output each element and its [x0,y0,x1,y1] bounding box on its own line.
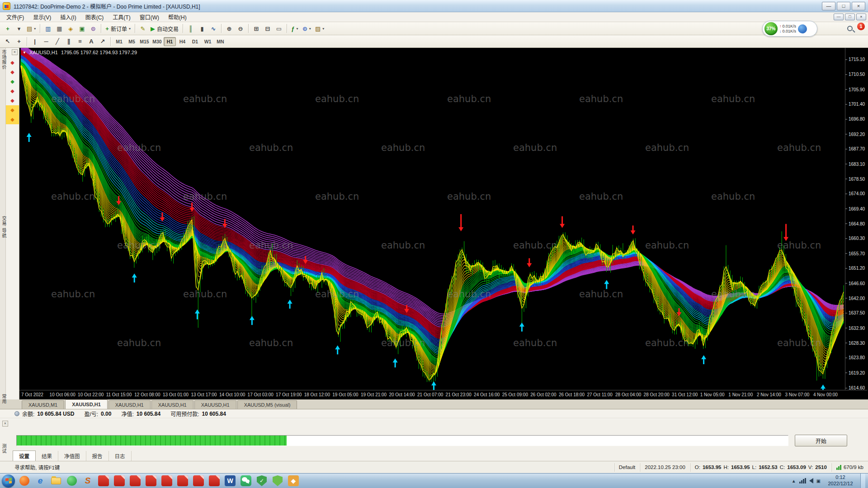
menu-window[interactable]: 窗口(W) [135,12,164,22]
timeframe-M30[interactable]: M30 [151,37,163,46]
taskbar-red-app-3[interactable] [128,474,142,487]
data-window-button[interactable]: ▦ [54,23,65,34]
tray-expand-icon[interactable]: ▲ [792,479,796,483]
vertical-line-tool[interactable]: | [29,36,40,47]
network-icon[interactable] [799,478,806,483]
taskbar-red-app-7[interactable] [192,474,205,487]
zoom-out-button[interactable]: ⊖ [235,23,246,34]
timeframe-W1[interactable]: W1 [202,37,214,46]
menu-help[interactable]: 帮助(H) [164,12,191,22]
tile-windows-button[interactable]: ⊞ [251,23,262,34]
taskbar-red-app-2[interactable] [113,474,126,487]
chart-window[interactable]: ▼ XAUUSD,H1 1795.05 1797.62 1794.93 1797… [19,48,868,399]
show-desktop-button[interactable] [860,474,865,488]
close-button[interactable]: × [852,2,865,10]
tester-start-button[interactable]: 开始 [795,435,847,446]
market-symbol-icon-2[interactable]: ◆ [6,77,19,86]
volume-icon[interactable] [809,478,813,483]
taskbar-clock[interactable]: 0:12 2022/12/12 [824,474,857,487]
chart-restore-button[interactable]: □ [845,14,855,20]
profiles-button[interactable]: ▤▾ [25,23,38,34]
notification-badge[interactable]: 1 [857,23,865,30]
taskbar-red-app-4[interactable] [144,474,158,487]
new-chart-button[interactable]: + [2,23,13,34]
panel-tab-market-watch[interactable]: 市场报价 [0,50,7,70]
taskbar-red-app-6[interactable] [176,474,189,487]
menu-tools[interactable]: 工具(T) [108,12,135,22]
timeframe-H4[interactable]: H4 [176,37,189,46]
taskbar-misc-app[interactable]: ◆ [287,474,300,487]
timeframe-D1[interactable]: D1 [189,37,201,46]
timeframe-M15[interactable]: M15 [138,37,151,46]
market-symbol-icon-1[interactable]: ◆ [6,67,19,77]
maximize-button[interactable]: □ [837,2,850,10]
taskbar-red-app-8[interactable] [208,474,221,487]
new-order-button[interactable]: +新订单▾ [104,23,132,34]
tester-tab-3[interactable]: 报告 [86,451,109,461]
search-icon[interactable] [847,26,853,31]
market-watch-button[interactable]: ▥ [42,23,53,34]
net-speed-widget[interactable]: 37% ↑0.01K/s ↓0.01K/s [762,21,817,37]
market-symbol-icon-5[interactable]: ◆ [6,105,19,115]
cursor-tool[interactable]: ↖ [2,36,13,47]
profile-name[interactable]: Default [614,463,640,472]
fibonacci-tool[interactable]: ≡ [75,36,85,47]
chart-tab-4[interactable]: XAUUSD,H1 [194,400,236,409]
action-center-icon[interactable]: ▣ [816,479,821,483]
crosshair-tool[interactable]: + [14,36,24,47]
channel-tool[interactable]: ∥ [63,36,74,47]
chart-minimize-button[interactable]: — [834,14,844,20]
arrows-tool[interactable]: ↗ [97,36,108,47]
menu-charts[interactable]: 图表(C) [81,12,108,22]
taskbar-file-explorer[interactable] [49,474,63,487]
taskbar-ie-browser[interactable]: e [33,474,47,487]
zoom-in-button[interactable]: ⊕ [224,23,235,34]
minimize-button[interactable]: — [822,2,835,10]
market-symbol-icon-6[interactable]: ◆ [6,115,19,124]
panel-tab-trade[interactable]: 交易 [0,216,7,226]
taskbar-green-browser[interactable] [65,474,79,487]
market-symbol-icon-3[interactable]: ◆ [6,86,19,96]
cascade-windows-button[interactable]: ⊟ [262,23,273,34]
metaeditor-button[interactable]: ✎ [137,23,148,34]
price-axis[interactable]: 1715.101710.501705.901701.401696.801692.… [845,48,867,390]
panel-tab-common[interactable]: 常用 [0,394,7,404]
chart-close-button[interactable]: × [856,14,866,20]
panel-tab-navigator[interactable]: 导航 [0,228,7,238]
chart-tab-2[interactable]: XAUUSD,H1 [108,400,151,409]
market-symbol-icon-0[interactable]: ◆ [6,58,19,67]
navigator-button[interactable]: ◈ [65,23,76,34]
timeframe-H1[interactable]: H1 [164,37,176,46]
tester-tab-2[interactable]: 净值图 [58,451,86,461]
price-chart[interactable]: eahub.cneahub.cneahub.cneahub.cneahub.cn… [19,48,845,390]
panel-close-icon[interactable]: × [12,49,18,55]
periods-button[interactable]: ⊙▾ [301,23,313,34]
strategy-tester-button[interactable]: ⊙ [88,23,99,34]
chart-tab-0[interactable]: XAUUSD,M1 [22,400,64,409]
horizontal-line-tool[interactable]: ─ [41,36,52,47]
indicators-button[interactable]: ƒ▾ [289,23,300,34]
tester-close-icon[interactable]: × [2,421,8,427]
market-symbol-icon-4[interactable]: ◆ [6,96,19,105]
tester-tab-0[interactable]: 设置 [13,450,36,461]
bars-chart-button[interactable]: ║ [185,23,196,34]
timeframe-MN[interactable]: MN [214,37,226,46]
start-button[interactable] [2,474,15,488]
taskbar-antivirus-shield[interactable] [271,474,284,487]
chart-tab-1[interactable]: XAUUSD,H1 [65,399,108,409]
chart-tab-5[interactable]: XAUUSD,M5 (visual) [237,400,297,409]
candles-chart-button[interactable]: ▮ [197,23,208,34]
terminal-button[interactable]: ▣ [76,23,87,34]
timeframe-M5[interactable]: M5 [126,37,138,46]
menu-insert[interactable]: 插入(I) [56,12,80,22]
trendline-tool[interactable]: ╱ [52,36,63,47]
timeframe-M1[interactable]: M1 [113,37,125,46]
taskbar-wechat[interactable] [239,474,253,487]
text-tool[interactable]: A [86,36,97,47]
taskbar-sogou-app[interactable]: S [81,474,94,487]
autotrade-button[interactable]: ▶自动交易 [149,23,180,34]
panel-tab-tester[interactable]: 测试 [0,444,7,454]
tester-tab-1[interactable]: 结果 [36,451,58,461]
taskbar-security-shield[interactable]: ✓ [255,474,269,487]
line-chart-button[interactable]: ∿ [208,23,219,34]
